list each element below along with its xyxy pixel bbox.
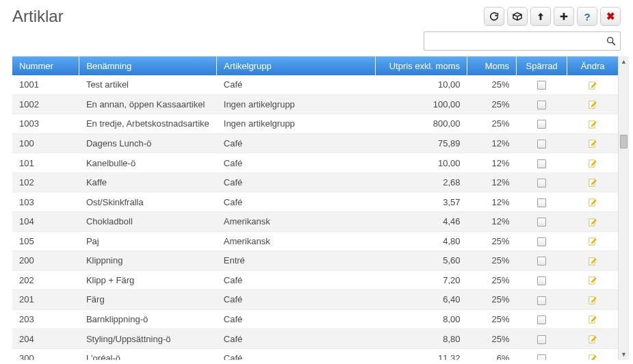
cell-benamning: En annan, öppen Kassaartikel: [79, 94, 217, 114]
edit-icon[interactable]: [588, 335, 597, 344]
scroll-up-button[interactable]: ▲: [619, 56, 629, 67]
table-row[interactable]: 101Kanelbulle-öCafé10,0012%: [12, 153, 618, 173]
cell-utpris: 10,00: [376, 153, 467, 173]
locked-checkbox[interactable]: [537, 198, 546, 207]
table-row[interactable]: 203Barnklippning-öCafé8,0025%: [12, 309, 618, 329]
table-row[interactable]: 105PajAmerikansk4,8025%: [12, 231, 618, 251]
cell-sparrad: [517, 231, 567, 251]
locked-checkbox[interactable]: [537, 354, 546, 360]
cell-nummer: 100: [12, 133, 79, 153]
edit-icon[interactable]: [588, 296, 597, 305]
locked-checkbox[interactable]: [537, 276, 546, 285]
table-row[interactable]: 204Styling/Uppsättning-öCafé8,8025%: [12, 329, 618, 349]
locked-checkbox[interactable]: [537, 101, 546, 109]
table-row[interactable]: 103Ost/SkinkfrallaCafé3,5712%: [12, 192, 618, 212]
table-row[interactable]: 300L'oréal-öCafé11,326%: [12, 348, 618, 360]
edit-icon[interactable]: [588, 354, 597, 360]
cell-utpris: 3,57: [376, 192, 467, 212]
export-button[interactable]: [507, 7, 528, 26]
col-header-andra[interactable]: Ändra: [567, 57, 618, 75]
col-header-moms[interactable]: Moms: [467, 57, 516, 75]
edit-icon[interactable]: [588, 257, 597, 266]
cell-moms: 6%: [467, 348, 516, 360]
cell-utpris: 2,68: [376, 172, 467, 192]
cell-nummer: 200: [12, 251, 79, 271]
locked-checkbox[interactable]: [537, 120, 546, 129]
locked-checkbox[interactable]: [537, 335, 546, 344]
close-icon: ✖: [606, 10, 615, 23]
cell-benamning: Styling/Uppsättning-ö: [79, 329, 217, 349]
help-button[interactable]: ?: [577, 7, 597, 26]
cell-andra: [567, 270, 618, 290]
cell-nummer: 104: [12, 211, 79, 231]
page-title: Artiklar: [12, 7, 64, 26]
search-input[interactable]: [424, 32, 620, 50]
plus-icon: [558, 11, 569, 22]
cell-moms: 25%: [467, 270, 516, 290]
table-row[interactable]: 201FärgCafé6,4025%: [12, 290, 618, 310]
search-box: [424, 31, 621, 51]
cell-artikelgrupp: Entré: [217, 251, 376, 271]
cell-nummer: 102: [12, 172, 79, 192]
col-header-utpris[interactable]: Utpris exkl. moms: [376, 57, 467, 75]
cell-sparrad: [517, 251, 567, 271]
table-row[interactable]: 202Klipp + FärgCafé7,2025%: [12, 270, 618, 290]
upload-button[interactable]: [530, 7, 551, 26]
cell-andra: [567, 153, 618, 173]
cell-benamning: Kanelbulle-ö: [79, 153, 217, 173]
cell-artikelgrupp: Café: [217, 75, 376, 94]
table-row[interactable]: 200KlippningEntré5,6025%: [12, 251, 618, 271]
cell-moms: 12%: [467, 133, 516, 153]
locked-checkbox[interactable]: [537, 315, 546, 324]
cell-moms: 12%: [467, 153, 516, 173]
locked-checkbox[interactable]: [537, 237, 546, 246]
edit-icon[interactable]: [588, 198, 597, 207]
edit-icon[interactable]: [588, 178, 597, 187]
edit-icon[interactable]: [588, 237, 597, 246]
search-button[interactable]: [605, 35, 617, 47]
cell-utpris: 4,80: [376, 231, 467, 251]
edit-icon[interactable]: [588, 218, 597, 227]
locked-checkbox[interactable]: [537, 257, 546, 265]
edit-icon[interactable]: [588, 315, 597, 324]
col-header-sparrad[interactable]: Spärrad: [517, 57, 567, 75]
cell-andra: [567, 192, 618, 212]
cell-andra: [567, 348, 618, 360]
close-button[interactable]: ✖: [600, 7, 621, 26]
cell-benamning: Chokladboll: [79, 211, 217, 231]
locked-checkbox[interactable]: [537, 140, 546, 148]
refresh-button[interactable]: [484, 7, 504, 26]
edit-icon[interactable]: [588, 120, 597, 129]
locked-checkbox[interactable]: [537, 81, 546, 90]
table-row[interactable]: 1003En tredje, ArbetskostnadsartikeIngen…: [12, 114, 618, 134]
col-header-benamning[interactable]: Benämning: [79, 57, 217, 75]
edit-icon[interactable]: [588, 139, 597, 148]
cell-artikelgrupp: Ingen artikelgrupp: [217, 94, 376, 114]
col-header-nummer[interactable]: Nummer: [12, 57, 79, 75]
scroll-down-button[interactable]: ▼: [619, 349, 629, 360]
locked-checkbox[interactable]: [537, 218, 546, 226]
edit-icon[interactable]: [588, 81, 597, 90]
cell-sparrad: [517, 211, 567, 231]
add-button[interactable]: [554, 7, 574, 26]
cell-moms: 12%: [467, 172, 516, 192]
table-row[interactable]: 1001Test artikelCafé10,0025%: [12, 75, 618, 94]
table-row[interactable]: 104ChokladbollAmerikansk4,4612%: [12, 211, 618, 231]
locked-checkbox[interactable]: [537, 159, 546, 168]
table-row[interactable]: 102KaffeCafé2,6812%: [12, 172, 618, 192]
edit-icon[interactable]: [588, 159, 597, 168]
scroll-thumb[interactable]: [620, 135, 628, 148]
cell-nummer: 103: [12, 192, 79, 212]
locked-checkbox[interactable]: [537, 296, 546, 305]
locked-checkbox[interactable]: [537, 179, 546, 187]
cell-utpris: 100,00: [376, 94, 467, 114]
cell-utpris: 800,00: [376, 114, 467, 134]
col-header-artikelgrupp[interactable]: Artikelgrupp: [217, 57, 376, 75]
cell-sparrad: [517, 114, 567, 134]
cell-artikelgrupp: Café: [217, 270, 376, 290]
vertical-scrollbar[interactable]: ▲ ▼: [618, 56, 629, 360]
edit-icon[interactable]: [588, 100, 597, 109]
edit-icon[interactable]: [588, 276, 597, 285]
table-row[interactable]: 100Dagens Lunch-öCafé75,8912%: [12, 133, 618, 153]
table-row[interactable]: 1002En annan, öppen KassaartikelIngen ar…: [12, 94, 618, 114]
